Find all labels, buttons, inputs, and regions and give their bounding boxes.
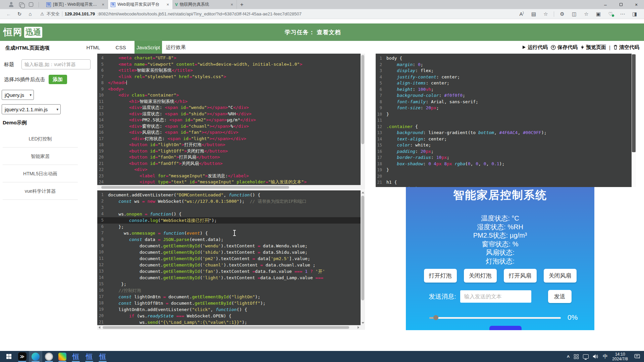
browser-tab-iot[interactable]: V 物联网仿真系统 × bbox=[172, 0, 237, 9]
code-line[interactable]: 15 }; bbox=[97, 281, 361, 287]
code-line[interactable]: 10} bbox=[376, 111, 632, 118]
tab-html[interactable]: HTML bbox=[79, 41, 107, 54]
vertical-scrollbar[interactable] bbox=[361, 190, 365, 325]
code-line[interactable]: 18 const lightOffBtn = document.getEleme… bbox=[97, 300, 361, 306]
code-line[interactable]: 8</head> bbox=[97, 80, 361, 86]
horizontal-scrollbar[interactable] bbox=[97, 325, 361, 330]
code-line[interactable]: 21h1 { bbox=[376, 179, 632, 186]
restore-button[interactable] bbox=[613, 0, 629, 9]
html-code[interactable]: 4 <meta charset="UTF-8">5 <meta name="vi… bbox=[97, 54, 361, 185]
collections-icon[interactable]: ▣ bbox=[593, 11, 604, 17]
code-line[interactable]: 12 document.getElementById('chuanl').tex… bbox=[97, 262, 361, 268]
clear-code-button[interactable]: 清空代码 bbox=[613, 44, 639, 51]
scrollbar-thumb[interactable] bbox=[101, 186, 289, 189]
code-line[interactable]: 14 document.getElementById('light').text… bbox=[97, 275, 361, 281]
tab-javascript[interactable]: JavaScript bbox=[135, 41, 162, 54]
code-line[interactable]: 16 <div>风扇状态: <span id="fan"></span></di… bbox=[97, 129, 361, 136]
scrollbar-thumb[interactable] bbox=[103, 326, 349, 329]
javascript-code-editor[interactable]: 1document.addEventListener("DOMContentLo… bbox=[97, 190, 365, 330]
code-line[interactable]: 7 ws.onmessage = function(event) { bbox=[97, 230, 361, 236]
taskbar-hengwang-icon-1[interactable]: 恒 bbox=[69, 351, 83, 362]
fan-on-button[interactable]: 打开风扇 bbox=[504, 269, 537, 283]
close-tab-icon[interactable]: × bbox=[230, 2, 234, 7]
taskbar-edge-icon[interactable] bbox=[29, 351, 42, 362]
vertical-scrollbar[interactable] bbox=[361, 54, 365, 185]
more-menu-icon[interactable]: ⋯ bbox=[617, 11, 628, 17]
minimize-button[interactable]: – bbox=[598, 0, 613, 9]
css-code-editor[interactable]: 1body {2 margin: 0;3 display: flex;4 jus… bbox=[376, 54, 636, 187]
code-line[interactable]: 24 <input type="text" id="messageInput" … bbox=[97, 179, 361, 185]
close-tab-icon[interactable]: × bbox=[101, 2, 105, 7]
code-line[interactable]: 17 border-radius: 10px; bbox=[376, 155, 632, 161]
code-line[interactable]: 12 <div>温度状态: <span id="wendu"></span>°C… bbox=[97, 105, 361, 111]
scroll-up-arrow[interactable] bbox=[362, 192, 364, 193]
code-line[interactable]: 20 if (ws.readyState === WebSocket.OPEN)… bbox=[97, 313, 361, 319]
code-line[interactable]: 13 <div>湿度状态: <span id="shidu"></span>%R… bbox=[97, 111, 361, 117]
code-line[interactable]: 18 <button id="lightOn">打开灯泡</button> bbox=[97, 142, 361, 148]
preview-page-button[interactable]: 预览页面 bbox=[581, 44, 606, 51]
workspaces-icon[interactable] bbox=[19, 2, 23, 7]
code-line[interactable]: 23 <label for="messageInput">发送消息:</labe… bbox=[97, 173, 361, 179]
read-aloud-icon[interactable]: A) bbox=[516, 11, 527, 17]
start-button[interactable] bbox=[2, 351, 15, 362]
demo-item-vue-calculator[interactable]: vue科学计算器 bbox=[3, 182, 78, 200]
code-line[interactable]: 17 <div>灯泡状态: <span id="light"></span></… bbox=[97, 136, 361, 142]
code-line[interactable]: 7 <link rel="stylesheet" href="styles.cs… bbox=[97, 74, 361, 80]
title-input[interactable] bbox=[21, 59, 91, 69]
scrollbar-thumb[interactable] bbox=[361, 55, 364, 144]
code-line[interactable]: 14 <div>PM2.5状态: <span id="pm2"></span>µ… bbox=[97, 117, 361, 123]
taskbar-capcut-icon[interactable]: ≫ bbox=[15, 351, 29, 362]
code-line[interactable]: 5 <meta name="viewport" content="width=d… bbox=[97, 61, 361, 68]
add-button[interactable]: 添加 bbox=[49, 75, 67, 84]
code-line[interactable]: 13 background: linear-gradient(to bottom… bbox=[376, 130, 632, 136]
code-line[interactable]: 15 <div>窗帘状态: <span id="chuanl"></span>%… bbox=[97, 123, 361, 130]
browser-tab-editor-active[interactable]: 恒 Web前端开发实训平台 × bbox=[108, 0, 172, 9]
notification-center-icon[interactable] bbox=[634, 354, 640, 359]
light-off-button[interactable]: 关闭灯泡 bbox=[464, 269, 497, 283]
code-line[interactable]: 16 //控制灯泡 bbox=[97, 287, 361, 294]
code-line[interactable]: 8 font-family: Arial, sans-serif; bbox=[376, 99, 632, 105]
back-icon[interactable]: ← bbox=[3, 11, 14, 17]
code-line[interactable]: 5 align-items: center; bbox=[376, 80, 632, 86]
horizontal-scrollbar[interactable] bbox=[97, 185, 361, 190]
code-line[interactable]: 7 background-color: #f0f0f0; bbox=[376, 93, 632, 99]
tray-app-icon[interactable] bbox=[574, 354, 579, 359]
code-line[interactable]: 19} bbox=[376, 167, 632, 173]
tab-actions-icon[interactable] bbox=[29, 2, 33, 7]
vertical-scrollbar[interactable] bbox=[632, 54, 636, 187]
code-line[interactable]: 19 lightOnBtn.addEventListener("click", … bbox=[97, 306, 361, 313]
sidebar-toggle-icon[interactable]: ◨ bbox=[629, 11, 640, 17]
code-line[interactable]: 1document.addEventListener("DOMContentLo… bbox=[97, 192, 361, 198]
code-line[interactable]: 2 margin: 0; bbox=[376, 62, 632, 68]
code-line[interactable]: 21 <button id="fanOff">关闭风扇</button> bbox=[97, 161, 361, 167]
partially-visible-button[interactable] bbox=[489, 326, 522, 330]
slider-thumb[interactable] bbox=[433, 315, 438, 320]
demo-item-smart-home[interactable]: 智能家居 bbox=[3, 147, 78, 165]
volume-icon[interactable] bbox=[593, 354, 598, 359]
code-line[interactable]: 12.container { bbox=[376, 124, 632, 130]
save-code-button[interactable]: 保存代码 bbox=[551, 44, 578, 51]
ime-indicator[interactable]: 中 bbox=[603, 353, 608, 360]
extensions-icon[interactable]: ⚙ bbox=[557, 11, 568, 17]
code-line[interactable]: 11 document.getElementById('pm2').textCo… bbox=[97, 255, 361, 262]
code-line[interactable]: 20 <button id="fanOn">打开风扇</button> bbox=[97, 154, 361, 161]
html-code-editor[interactable]: 4 <meta charset="UTF-8">5 <meta name="vi… bbox=[97, 54, 365, 190]
message-input[interactable] bbox=[460, 290, 531, 303]
home-icon[interactable]: ⌂ bbox=[25, 11, 36, 17]
javascript-code[interactable]: 1document.addEventListener("DOMContentLo… bbox=[97, 190, 361, 325]
demo-item-html5-sunrise[interactable]: HTML5日出动画 bbox=[3, 165, 78, 182]
code-line[interactable]: 5 console.log("WebSocket连接已打开"); bbox=[97, 217, 361, 224]
favorites-list-icon[interactable]: ☆ bbox=[581, 11, 592, 17]
code-line[interactable]: 22 <div> bbox=[97, 167, 361, 173]
code-line[interactable]: 4 ws.onopen = function() { bbox=[97, 211, 361, 217]
code-line[interactable]: 15 color: white; bbox=[376, 142, 632, 148]
scroll-right-arrow[interactable] bbox=[358, 326, 359, 329]
css-code[interactable]: 1body {2 margin: 0;3 display: flex;4 jus… bbox=[376, 54, 632, 187]
code-line[interactable]: 3 display: flex; bbox=[376, 68, 632, 74]
close-tab-icon[interactable]: × bbox=[166, 2, 170, 7]
tab-run-result[interactable]: 运行效果 bbox=[162, 41, 190, 54]
code-line[interactable]: 11 bbox=[376, 117, 632, 124]
code-line[interactable]: 16 padding: 20px; bbox=[376, 148, 632, 155]
taskbar-hengwang-icon-2[interactable]: 恒 bbox=[83, 351, 96, 362]
immersive-reader-icon[interactable]: ▤ bbox=[528, 11, 539, 17]
